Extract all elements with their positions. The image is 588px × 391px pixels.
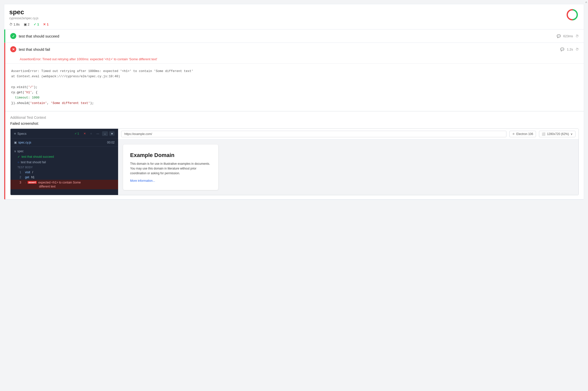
stat-failing-value: 1 bbox=[47, 22, 49, 26]
failed-screenshot-label: Failed screenshot: bbox=[10, 122, 579, 126]
file-icon: ▣ bbox=[14, 141, 17, 144]
spec-title: spec bbox=[9, 8, 49, 16]
specs-label: Specs bbox=[18, 132, 27, 136]
step-fail-line2: different text bbox=[25, 185, 81, 188]
clock-icon: ⏱ bbox=[9, 22, 13, 26]
pass-icon: ✓ bbox=[34, 22, 36, 26]
test-header-right-fail: 💬 1.2s ⏱ bbox=[560, 48, 579, 51]
browser-top-bar: ⚛ Electron 106 ⬜ 1280x720 (62%) ∨ bbox=[118, 129, 578, 140]
suite-chevron: ∨ bbox=[14, 150, 16, 153]
card-link[interactable]: More information... bbox=[130, 179, 155, 182]
test-row-pass: ✓ test that should succeed 💬 623ms ⏱ bbox=[4, 30, 584, 43]
tree-step-fail: 3 - assert expected <h1> to contain Some… bbox=[11, 180, 118, 189]
assert-badge: assert bbox=[28, 181, 37, 184]
header: spec cypresse2e/spec.cy.js ⏱ 1.8s ▣ 2 ✓ … bbox=[4, 4, 584, 30]
code-line-3: cy.visit('/'); bbox=[11, 85, 578, 90]
step-num-3: 3 bbox=[20, 181, 23, 184]
viewport-chevron: ∨ bbox=[570, 132, 573, 136]
stat-passing: ✓ 1 bbox=[34, 22, 39, 26]
additional-title: Additional Test Context bbox=[10, 116, 579, 120]
step-num-1: 1 bbox=[20, 170, 23, 174]
code-line-1: AssertionError: Timed out retrying after… bbox=[11, 69, 578, 74]
test-header-right-pass: 💬 623ms ⏱ bbox=[557, 34, 579, 38]
ctrl-chevron-down[interactable]: ⌄ bbox=[102, 131, 108, 136]
step-fail-content: - assert expected <h1> to contain Some d… bbox=[25, 181, 81, 188]
code-block: AssertionError: Timed out retrying after… bbox=[5, 64, 584, 111]
tree-pass-icon: ✓ bbox=[18, 155, 20, 158]
viewport-size: 1280x720 (62%) bbox=[547, 132, 569, 136]
step-arg-1: / bbox=[32, 170, 33, 174]
timer-icon-pass: ⏱ bbox=[575, 34, 579, 38]
suite-icon: ▣ bbox=[24, 22, 27, 26]
header-right: ^ bbox=[566, 8, 579, 21]
fail-icon: ✕ bbox=[43, 22, 46, 26]
card-description: This domain is for use in illustrative e… bbox=[130, 162, 211, 176]
stat-passing-value: 1 bbox=[37, 22, 39, 26]
test-row-fail: ✕ test that should fail 💬 1.2s ⏱ Asserti… bbox=[4, 43, 584, 199]
suite-name: spec bbox=[17, 150, 24, 153]
ctrl-stop-button[interactable]: ■ bbox=[109, 131, 115, 136]
test-header-fail[interactable]: ✕ test that should fail 💬 1.2s ⏱ bbox=[5, 43, 584, 56]
code-line-blank bbox=[11, 80, 578, 85]
spec-file-left: ▣ spec.cy.js bbox=[14, 141, 31, 144]
stat-time-value: 1.8s bbox=[14, 22, 20, 26]
code-line-6: }).should('contain', 'Some different tex… bbox=[11, 101, 578, 106]
cypress-top-bar: ≡ Specs ✓ 1 ✕ ○ — ⌄ ■ bbox=[11, 129, 118, 139]
tree-step-1: 1 visit / bbox=[11, 170, 118, 175]
test-duration-pass: 623ms bbox=[563, 34, 573, 38]
spec-subtitle: cypresse2e/spec.cy.js bbox=[9, 16, 49, 20]
test-name-fail: test that should fail bbox=[19, 47, 50, 52]
step-cmd-2: get bbox=[25, 176, 29, 179]
dash-icon: - bbox=[25, 181, 26, 184]
electron-icon: ⚛ bbox=[512, 132, 515, 136]
code-line-2: at Context.eval (webpack:////cypress/e2e… bbox=[11, 74, 578, 79]
test-header-pass[interactable]: ✓ test that should succeed 💬 623ms ⏱ bbox=[5, 30, 584, 42]
fail-status-icon: ✕ bbox=[10, 46, 16, 52]
card-title: Example Domain bbox=[130, 152, 211, 158]
tree-test-pass: ✓ test that should succeed bbox=[11, 154, 118, 160]
tree-test-fail-name: test that should fail bbox=[21, 160, 46, 164]
stat-failing: ✕ 1 bbox=[43, 22, 49, 26]
spec-file-row: ▣ spec.cy.js 00:02 bbox=[11, 139, 118, 146]
step-num-2: 2 bbox=[20, 176, 23, 179]
additional-context: Additional Test Context Failed screensho… bbox=[5, 111, 584, 199]
stat-time: ⏱ 1.8s bbox=[9, 22, 20, 26]
test-tree: ∨ spec ✓ test that should succeed ○ test… bbox=[11, 146, 118, 191]
code-line-4: cy.get('h1', { bbox=[11, 90, 578, 95]
browser-badge: ⚛ Electron 106 bbox=[509, 131, 536, 137]
comment-icon-fail: 💬 bbox=[560, 48, 564, 51]
code-line-5: timeout: 1000 bbox=[11, 95, 578, 100]
cypress-specs-title: ≡ Specs bbox=[14, 132, 27, 136]
stat-suites: ▣ 2 bbox=[24, 22, 30, 26]
test-header-left-fail: ✕ test that should fail bbox=[10, 46, 50, 52]
browser-name: Electron 106 bbox=[516, 132, 533, 136]
stat-suites-value: 2 bbox=[28, 22, 30, 26]
browser-card: Example Domain This domain is for use in… bbox=[123, 144, 218, 190]
test-header-left-pass: ✓ test that should succeed bbox=[10, 33, 59, 39]
step-arg-2: h1 bbox=[31, 176, 35, 179]
step-cmd-1: visit bbox=[25, 170, 30, 174]
comment-icon-pass: 💬 bbox=[557, 34, 561, 38]
pass-status-icon: ✓ bbox=[10, 33, 16, 39]
ctrl-fail-badge: ✕ bbox=[82, 132, 87, 136]
cypress-panel: ≡ Specs ✓ 1 ✕ ○ — ⌄ ■ bbox=[11, 129, 118, 195]
tree-test-pass-name: test that should succeed bbox=[22, 155, 54, 158]
screenshot-area: ≡ Specs ✓ 1 ✕ ○ — ⌄ ■ bbox=[10, 128, 579, 195]
ctrl-spinner: ○ bbox=[89, 132, 94, 136]
browser-viewport: Example Domain This domain is for use in… bbox=[118, 140, 578, 195]
ctrl-pass-count: ✓ 1 bbox=[73, 132, 81, 136]
error-inline-text: AssertionError: Timed out retrying after… bbox=[20, 57, 157, 61]
spec-file-name: spec.cy.js bbox=[18, 141, 31, 144]
tree-section-title: TEST BODY bbox=[11, 165, 118, 170]
spec-time: 00:02 bbox=[107, 141, 115, 144]
timer-icon-fail: ⏱ bbox=[575, 48, 579, 51]
step-fail-desc: expected <h1> to contain Some bbox=[38, 181, 81, 184]
viewport-icon: ⬜ bbox=[542, 132, 545, 136]
tree-fail-icon: ○ bbox=[18, 160, 19, 164]
list-icon: ≡ bbox=[14, 132, 16, 136]
url-bar[interactable] bbox=[121, 131, 506, 137]
error-inline: AssertionError: Timed out retrying after… bbox=[5, 56, 584, 64]
tree-test-fail: ○ test that should fail bbox=[11, 160, 118, 165]
header-left: spec cypresse2e/spec.cy.js ⏱ 1.8s ▣ 2 ✓ … bbox=[9, 8, 49, 26]
tree-suite: ∨ spec bbox=[11, 148, 118, 154]
